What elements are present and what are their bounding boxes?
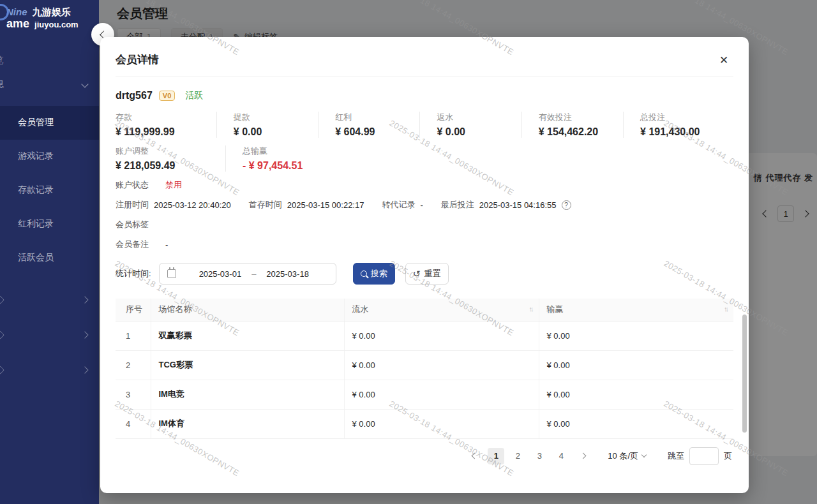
sort-icon[interactable] xyxy=(724,305,727,313)
member-username: drtg567 xyxy=(116,90,153,101)
column-turnover[interactable]: 流水 xyxy=(344,299,539,321)
table-row: 1 双赢彩票 ¥ 0.00 ¥ 0.00 xyxy=(116,321,733,350)
sidebar-fragment-top: 览 xyxy=(0,50,99,71)
page-3[interactable]: 3 xyxy=(531,448,548,464)
prev-page-icon[interactable] xyxy=(466,448,483,464)
table-header-row: 序号 场馆名称 流水 输赢 xyxy=(116,299,733,321)
reset-icon xyxy=(413,269,421,279)
column-index: 序号 xyxy=(116,299,151,321)
column-venue: 场馆名称 xyxy=(151,299,344,321)
chevron-right-icon xyxy=(81,297,88,304)
next-page-icon[interactable] xyxy=(574,448,591,464)
stat-total-winloss: 总输赢 - ¥ 97,454.51 xyxy=(225,145,430,172)
page-jump-input[interactable] xyxy=(689,447,719,465)
column-winloss[interactable]: 输赢 xyxy=(539,299,733,321)
modal-scrollbar-thumb[interactable] xyxy=(742,315,747,433)
stats-row-2: 账户调整 ¥ 218,059.49 总输赢 - ¥ 97,454.51 xyxy=(116,145,733,172)
date-end[interactable]: 2025-03-18 xyxy=(266,269,309,279)
sidebar-item-member-management[interactable]: 会员管理 xyxy=(0,106,99,140)
table-row: 4 IM体育 ¥ 0.00 ¥ 0.00 xyxy=(116,409,733,438)
member-level-badge: V0 xyxy=(159,91,175,101)
logo-accent: Nine xyxy=(6,6,27,17)
sidebar-item-active-members[interactable]: 活跃会员 xyxy=(0,241,99,275)
times-row: 注册时间 2025-03-12 20:40:20 首存时间 2025-03-15… xyxy=(116,199,733,211)
stat-deposit: 存款 ¥ 119,999.99 xyxy=(116,112,216,138)
modal-title: 会员详情 xyxy=(116,52,733,67)
member-summary: drtg567 V0 活跃 xyxy=(116,90,733,101)
sort-icon[interactable] xyxy=(529,305,532,313)
date-start[interactable]: 2025-03-01 xyxy=(199,269,242,279)
page-2[interactable]: 2 xyxy=(509,448,526,464)
table-row: 3 IM电竞 ¥ 0.00 ¥ 0.00 xyxy=(116,380,733,409)
stat-account-adjustment: 账户调整 ¥ 218,059.49 xyxy=(116,145,225,172)
logo-line2: ame xyxy=(6,17,29,30)
logo-domain: jiuyou.com xyxy=(34,20,79,29)
date-separator: – xyxy=(251,269,256,279)
sidebar-group-3[interactable] xyxy=(0,353,99,388)
last-bet-time: 最后投注 2025-03-15 04:16:55 xyxy=(441,199,571,211)
chevron-down-icon xyxy=(81,80,88,87)
account-status-value: 禁用 xyxy=(165,179,182,191)
calendar-icon xyxy=(167,269,176,278)
page-jump: 跳至 页 xyxy=(668,447,732,465)
date-range-picker[interactable]: 2025-03-01 – 2025-03-18 xyxy=(159,263,336,285)
stat-total-bets: 总投注 ¥ 191,430.00 xyxy=(623,112,733,138)
table-row: 2 TCG彩票 ¥ 0.00 ¥ 0.00 xyxy=(116,350,733,380)
chevron-right-icon xyxy=(81,332,88,339)
stat-withdrawal: 提款 ¥ 0.00 xyxy=(216,112,318,138)
member-remark-row: 会员备注 - xyxy=(116,239,733,250)
stat-valid-bets: 有效投注 ¥ 154,462.20 xyxy=(521,112,623,138)
sidebar-group-member-info[interactable]: 息 xyxy=(0,71,99,97)
sidebar-group-1[interactable] xyxy=(0,283,99,318)
page-size-select[interactable]: 10 条/页 xyxy=(608,450,646,462)
account-status-row: 账户状态 禁用 xyxy=(116,179,733,191)
member-tags-row: 会员标签 xyxy=(116,219,733,230)
first-deposit-time: 首存时间 2025-03-15 00:22:17 xyxy=(249,199,364,211)
search-button[interactable]: 搜索 xyxy=(353,263,395,285)
stat-bonus: 红利 ¥ 604.99 xyxy=(318,112,419,138)
member-status: 活跃 xyxy=(185,90,203,101)
stats-filter-row: 统计时间: 2025-03-01 – 2025-03-18 搜索 重置 xyxy=(116,263,733,285)
close-icon[interactable] xyxy=(717,54,731,68)
stats-time-label: 统计时间: xyxy=(116,268,151,279)
logo-brand: 九游娱乐 xyxy=(33,6,71,17)
stat-rebate: 返水 ¥ 0.00 xyxy=(419,112,521,138)
group-icon xyxy=(0,366,4,374)
sidebar-group-2[interactable] xyxy=(0,318,99,353)
modal-pagination: 1 2 3 4 10 条/页 跳至 页 xyxy=(116,447,733,465)
sidebar-item-bonus-records[interactable]: 红利记录 xyxy=(0,207,99,241)
venue-stats-table: 序号 场馆名称 流水 输赢 1 双赢彩票 ¥ 0.00 xyxy=(116,299,733,439)
agent-transfer-record: 转代记录 - xyxy=(382,199,423,211)
sidebar-menu: 会员管理 游戏记录 存款记录 红利记录 活跃会员 xyxy=(0,106,99,275)
chevron-down-icon xyxy=(641,452,647,457)
page-4[interactable]: 4 xyxy=(553,448,569,464)
sidebar-item-deposit-records[interactable]: 存款记录 xyxy=(0,174,99,207)
register-time: 注册时间 2025-03-12 20:40:20 xyxy=(116,199,231,211)
chevron-right-icon xyxy=(81,367,88,374)
page-1[interactable]: 1 xyxy=(488,448,504,464)
reset-button[interactable]: 重置 xyxy=(405,263,449,285)
app-logo: Nine 九游娱乐 ame jiuyou.com xyxy=(0,0,99,34)
modal-header: 会员详情 xyxy=(116,37,733,77)
search-icon xyxy=(361,271,367,277)
group-icon xyxy=(0,330,4,339)
stats-row-1: 存款 ¥ 119,999.99 提款 ¥ 0.00 红利 ¥ 604.99 返水… xyxy=(116,112,733,138)
sidebar-item-game-records[interactable]: 游戏记录 xyxy=(0,140,99,174)
question-circle-icon[interactable] xyxy=(562,200,571,210)
group-icon xyxy=(0,295,4,304)
member-detail-modal: 会员详情 drtg567 V0 活跃 存款 ¥ 119,999.99 提款 ¥ … xyxy=(100,37,749,493)
sidebar: Nine 九游娱乐 ame jiuyou.com 览 息 会员管理 游戏记录 存… xyxy=(0,0,99,504)
